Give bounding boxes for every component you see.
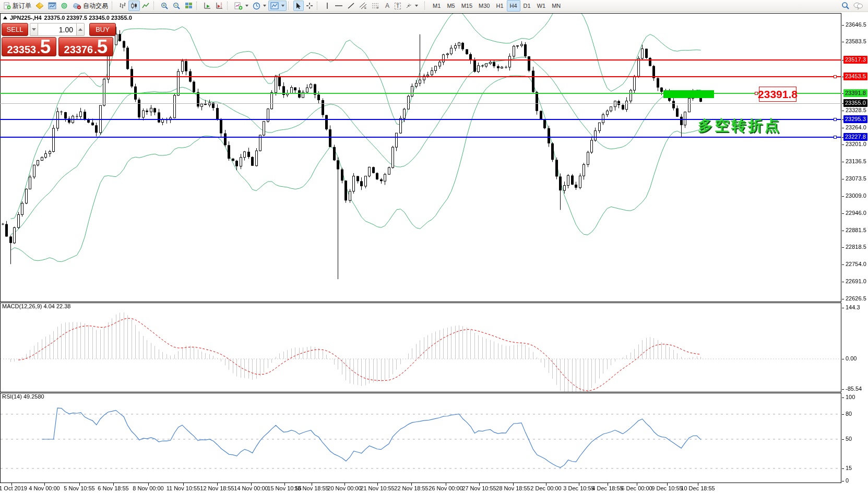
templates-icon (270, 2, 279, 9)
price-axis-label-22691.0: 22691.0 (846, 278, 866, 285)
text-label-button[interactable]: T (393, 1, 403, 11)
time-axis-label[interactable]: 18 Nov 18:55 (294, 485, 328, 491)
fibonacci-button[interactable]: F (370, 1, 382, 11)
new-order-button[interactable]: 新订单 (2, 1, 33, 11)
toolbar-separator (288, 2, 292, 10)
arrows-button[interactable] (403, 1, 420, 11)
bull-bear-turning-point-annotation[interactable]: 多空转折点 (698, 116, 781, 136)
hline-23355.0[interactable] (0, 103, 841, 104)
channel-icon: E (359, 2, 367, 9)
new-order-icon (4, 2, 11, 9)
hline-anchor-square[interactable] (834, 136, 837, 139)
time-axis-label[interactable]: 27 Nov 10:55 (462, 485, 496, 491)
horizontal-line-button[interactable] (332, 1, 345, 11)
volume-input[interactable]: 1.00 (38, 23, 76, 36)
buy-price-box[interactable]: 23376.5 (58, 37, 113, 56)
chart-plot-canvas[interactable] (0, 0, 868, 494)
hline-23227.8[interactable] (0, 137, 841, 138)
chart-shift-button[interactable] (213, 1, 225, 11)
toolbar-separator (112, 2, 115, 10)
time-axis-label[interactable]: 22 Nov 18:55 (394, 485, 428, 491)
timeframe-button-w1[interactable]: W1 (534, 0, 549, 11)
signal-button[interactable] (58, 1, 70, 11)
clock-icon (253, 2, 260, 10)
time-axis-label[interactable]: 31 Oct 2019 (0, 485, 27, 491)
candlestick-chart-button[interactable] (128, 1, 140, 11)
hline-23453.5[interactable] (0, 76, 841, 77)
time-axis-label[interactable]: 28 Nov 18:55 (496, 485, 530, 491)
auto-scroll-button[interactable] (201, 1, 213, 11)
timeframe-button-h4[interactable]: H4 (507, 0, 520, 11)
volume-increase-button[interactable] (76, 23, 85, 36)
volume-decrease-button[interactable] (30, 23, 38, 36)
time-axis-label[interactable]: 11 Nov 10:55 (167, 485, 200, 491)
price-axis-label-23295.3: 23295.3 (843, 115, 867, 123)
timeframe-button-m15[interactable]: M15 (458, 0, 475, 11)
main-toolbar: 新订单 自动交易 (0, 0, 868, 12)
timeframe-button-m5[interactable]: M5 (444, 0, 458, 11)
time-axis-label[interactable]: 5 Nov 10:55 (64, 485, 94, 491)
chat-icon[interactable] (853, 2, 863, 10)
price-callout-label[interactable]: 23391.8 (759, 87, 796, 102)
text-a-icon: A (385, 2, 389, 9)
hline-anchor-square[interactable] (834, 75, 837, 78)
timeframe-button-mn[interactable]: MN (549, 0, 564, 11)
time-axis-label[interactable]: 6 Dec 00:00 (621, 485, 652, 491)
auto-trading-button[interactable]: 自动交易 (70, 1, 110, 11)
line-chart-button[interactable] (140, 1, 152, 11)
indicator-axis-label-80: 80 (846, 410, 852, 418)
timeframe-button-m1[interactable]: M1 (430, 0, 444, 11)
price-axis-label-23453.5: 23453.5 (843, 73, 867, 80)
time-axis-label[interactable]: 6 Nov 18:55 (98, 485, 128, 491)
time-axis-label[interactable]: 2 Dec 00:00 (530, 485, 561, 491)
time-axis-label[interactable]: 8 Nov 00:00 (133, 485, 163, 491)
timeframe-button-d1[interactable]: D1 (520, 0, 534, 11)
zoom-in-button[interactable] (159, 1, 171, 11)
time-axis-label[interactable]: 26 Nov 00:00 (429, 485, 462, 491)
periods-button[interactable] (251, 1, 268, 11)
equidistant-channel-button[interactable]: E (357, 1, 370, 11)
collapse-icon[interactable] (3, 16, 7, 19)
time-axis-label[interactable]: 4 Nov 00:00 (29, 485, 60, 491)
indicator-axis-label-0: 0 (846, 477, 849, 485)
fibonacci-icon: F (372, 2, 380, 9)
hline-23517.3[interactable] (0, 59, 841, 61)
hline-anchor-square[interactable] (834, 118, 837, 121)
bar-chart-button[interactable] (117, 1, 128, 11)
svg-text:E: E (364, 6, 366, 9)
timeframe-button-h1[interactable]: H1 (493, 0, 506, 11)
vertical-line-button[interactable] (322, 1, 332, 11)
indicator-axis-label-144.3: 144.3 (846, 304, 860, 311)
tile-windows-button[interactable] (183, 1, 195, 11)
market-watch-button[interactable] (33, 1, 46, 11)
cursor-button[interactable] (293, 1, 304, 11)
time-axis-label[interactable]: 20 Nov 00:00 (327, 485, 361, 491)
templates-button[interactable] (268, 1, 287, 11)
text-button[interactable]: A (382, 1, 393, 11)
tile-windows-icon (185, 2, 193, 9)
auto-trading-label: 自动交易 (83, 2, 108, 10)
zoom-out-button[interactable] (171, 1, 183, 11)
price-axis-label-23227.8: 23227.8 (843, 133, 867, 141)
indicators-button[interactable] (232, 1, 251, 11)
navigator-button[interactable] (46, 1, 58, 11)
time-axis-label[interactable]: 9 Dec 10:55 (651, 485, 682, 491)
hline-23391.8[interactable] (0, 93, 841, 94)
price-axis-label-23517.3: 23517.3 (843, 56, 867, 64)
time-axis-label[interactable]: 12 Nov 18:55 (200, 485, 234, 491)
sell-button[interactable]: SELL (2, 23, 28, 36)
indicator-axis-label-100: 100 (846, 393, 855, 401)
time-axis-label[interactable]: 21 Nov 10:55 (360, 485, 394, 491)
trendline-button[interactable] (345, 1, 357, 11)
search-icon[interactable] (841, 2, 850, 10)
time-axis-label[interactable]: 14 Nov 00:00 (234, 485, 268, 491)
timeframe-button-m30[interactable]: M30 (475, 0, 493, 11)
chart-ohlc: 23375.0 23397.5 23345.0 23355.0 (44, 15, 132, 21)
sell-price-box[interactable]: 23353.5 (2, 37, 56, 56)
time-axis-label[interactable]: 3 Dec 10:55 (563, 485, 594, 491)
buy-button[interactable]: BUY (89, 23, 116, 36)
time-axis-label[interactable]: 4 Dec 18:55 (592, 485, 623, 491)
crosshair-button[interactable] (304, 1, 315, 11)
highlight-rectangle[interactable] (663, 90, 714, 98)
time-axis-label[interactable]: 10 Dec 18:55 (681, 485, 715, 491)
